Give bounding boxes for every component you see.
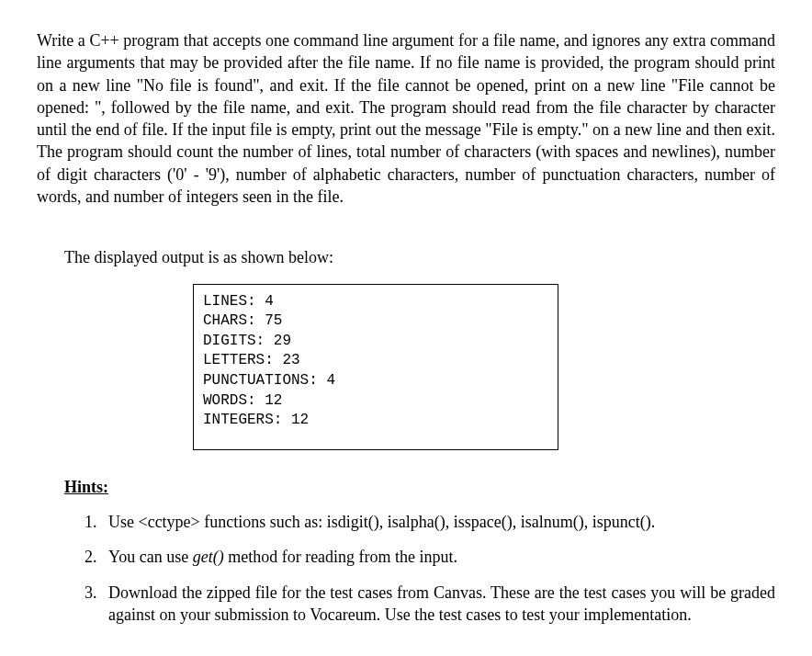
output-line-letters: LETTERS: 23 (203, 351, 548, 371)
output-line-words: WORDS: 12 (203, 391, 548, 412)
hints-heading: Hints: (64, 476, 775, 498)
output-line-integers: INTEGERS: 12 (203, 411, 548, 431)
output-line-lines: LINES: 4 (203, 292, 548, 312)
hints-list: Use <cctype> functions such as: isdigit(… (101, 511, 775, 626)
hint-2-method: get() (193, 548, 224, 566)
hint-item-1: Use <cctype> functions such as: isdigit(… (101, 511, 775, 533)
sample-output-box: LINES: 4 CHARS: 75 DIGITS: 29 LETTERS: 2… (193, 284, 558, 450)
hint-2-prefix: You can use (108, 548, 193, 566)
hint-1-text: Use <cctype> functions such as: isdigit(… (108, 513, 655, 531)
output-line-punctuations: PUNCTUATIONS: 4 (203, 371, 548, 391)
hint-3-text: Download the zipped file for the test ca… (108, 583, 775, 624)
hint-2-suffix: method for reading from the input. (224, 548, 457, 566)
problem-statement: Write a C++ program that accepts one com… (37, 29, 775, 208)
output-intro: The displayed output is as shown below: (64, 246, 775, 268)
hint-item-2: You can use get() method for reading fro… (101, 546, 775, 568)
output-line-digits: DIGITS: 29 (203, 332, 548, 352)
hint-item-3: Download the zipped file for the test ca… (101, 582, 775, 627)
output-line-chars: CHARS: 75 (203, 311, 548, 332)
